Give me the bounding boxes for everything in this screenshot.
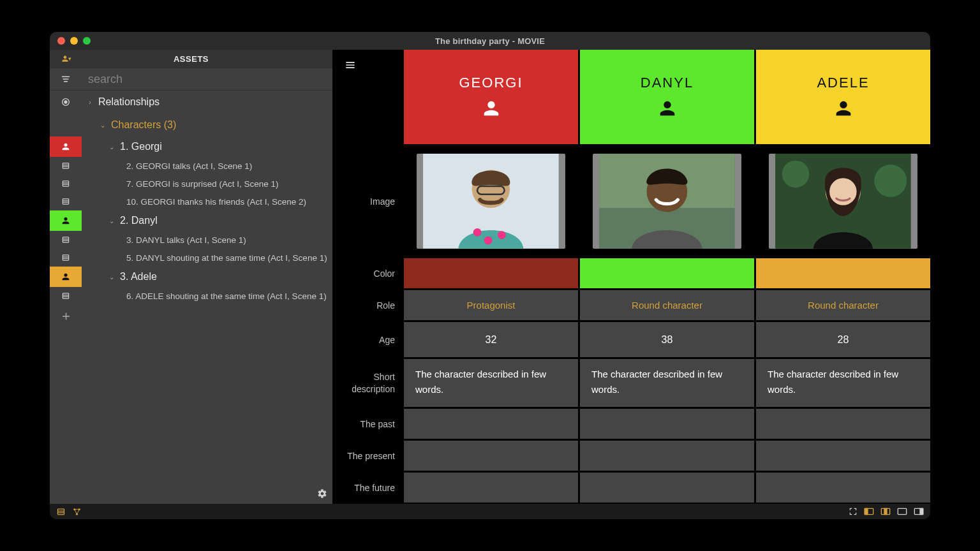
strip-target-icon[interactable] <box>50 91 82 114</box>
row-label-present: The present <box>332 439 404 471</box>
cell-past[interactable] <box>580 407 754 439</box>
tree-item-relationships[interactable]: › Relationships <box>82 91 332 114</box>
strip-scene-icon[interactable] <box>50 175 82 193</box>
filter-icon[interactable] <box>50 68 82 90</box>
strip-scene-icon[interactable] <box>50 249 82 267</box>
cell-role[interactable]: Round character <box>756 288 930 320</box>
layout-center-icon <box>880 508 891 515</box>
column-header-georgi[interactable]: GEORGI <box>404 50 578 144</box>
strip-character-georgi[interactable] <box>50 136 82 157</box>
footer <box>50 504 930 519</box>
close-window-button[interactable] <box>57 37 65 45</box>
tree-beat[interactable]: 3. DANYL talks (Act I, Scene 1) <box>82 231 332 249</box>
svg-point-45 <box>78 508 80 510</box>
cell-color[interactable] <box>756 256 930 288</box>
cell-image[interactable] <box>580 144 754 256</box>
column-header-danyl[interactable]: DANYL <box>580 50 754 144</box>
column-header-name: ADELE <box>817 75 869 91</box>
strip-scene-icon[interactable] <box>50 231 82 249</box>
hamburger-icon <box>344 59 357 71</box>
column-georgi: GEORGI Protagonist 32 The character desc… <box>404 50 578 504</box>
tree-beat[interactable]: 10. GEORGI thanks his friends (Act I, Sc… <box>82 193 332 210</box>
svg-point-37 <box>782 161 810 188</box>
cell-past[interactable] <box>404 407 578 439</box>
cell-short-desc[interactable]: The character described in few words. <box>580 357 754 407</box>
panel-settings-button[interactable] <box>316 487 329 500</box>
cell-role[interactable]: Protagonist <box>404 288 578 320</box>
cell-age[interactable]: 32 <box>404 320 578 357</box>
svg-rect-41 <box>58 509 64 515</box>
film-icon <box>61 291 70 300</box>
film-icon <box>61 179 70 188</box>
grid-menu-button[interactable] <box>332 50 404 144</box>
minimize-window-button[interactable] <box>70 37 78 45</box>
cell-present[interactable] <box>580 439 754 471</box>
cell-image[interactable] <box>756 144 930 256</box>
strip-scene-icon[interactable] <box>50 287 82 305</box>
assets-header: ▾ ASSETS <box>50 50 332 68</box>
tree-beat[interactable]: 5. DANYL shouting at the same time (Act … <box>82 249 332 267</box>
cell-image[interactable] <box>404 144 578 256</box>
view-network-button[interactable] <box>72 507 82 517</box>
user-menu-button[interactable]: ▾ <box>50 50 82 68</box>
cell-color[interactable] <box>404 256 578 288</box>
tree-item-danyl[interactable]: ⌄ 2. Danyl <box>82 210 332 231</box>
titlebar: The birthday party - MOVIE <box>50 32 930 50</box>
cell-age[interactable]: 38 <box>580 320 754 357</box>
layout-left-button[interactable] <box>864 508 874 515</box>
layout-left-icon <box>864 508 874 515</box>
chevron-right-icon: › <box>87 99 93 106</box>
portrait-danyl <box>593 154 741 249</box>
zoom-window-button[interactable] <box>83 37 91 45</box>
strip-scene-icon[interactable] <box>50 157 82 175</box>
cell-past[interactable] <box>756 407 930 439</box>
strip-scene-icon[interactable] <box>50 193 82 210</box>
fullscreen-button[interactable] <box>849 507 858 516</box>
cell-future[interactable] <box>404 471 578 503</box>
grid-row-labels: Image Color Role Age Short description T… <box>332 50 404 504</box>
tree-item-characters[interactable]: ⌄ Characters (3) <box>82 114 332 136</box>
film-icon <box>61 161 70 170</box>
strip-character-adele[interactable] <box>50 267 82 287</box>
svg-rect-20 <box>63 293 68 298</box>
svg-rect-50 <box>884 508 887 514</box>
portrait-georgi <box>417 154 565 249</box>
cell-future[interactable] <box>580 471 754 503</box>
tree-beat[interactable]: 6. ADELE shouting at the same time (Act … <box>82 287 332 305</box>
tree-beat[interactable]: 2. GEORGI talks (Act I, Scene 1) <box>82 157 332 175</box>
cell-present[interactable] <box>404 439 578 471</box>
column-header-name: GEORGI <box>459 75 523 91</box>
cell-age[interactable]: 28 <box>756 320 930 357</box>
svg-rect-8 <box>63 181 68 186</box>
tree-item-label: 2. Danyl <box>120 215 158 226</box>
tree-item-label: 10. GEORGI thanks his friends (Act I, Sc… <box>126 197 306 207</box>
row-label-role: Role <box>332 288 404 320</box>
layout-center-button[interactable] <box>880 508 891 515</box>
tree-item-label: 3. Adele <box>120 271 157 283</box>
column-header-adele[interactable]: ADELE <box>756 50 930 144</box>
layout-right-button[interactable] <box>914 508 924 515</box>
tree-item-adele[interactable]: ⌄ 3. Adele <box>82 267 332 287</box>
assets-panel: ▾ ASSETS <box>50 50 332 504</box>
add-character-button[interactable]: ＋ <box>50 305 82 325</box>
portrait-adele <box>769 154 917 249</box>
cell-short-desc[interactable]: The character described in few words. <box>404 357 578 407</box>
film-icon <box>61 197 70 206</box>
cell-color[interactable] <box>580 256 754 288</box>
layout-single-button[interactable] <box>897 508 907 515</box>
svg-rect-5 <box>63 163 68 168</box>
cell-role[interactable]: Round character <box>580 288 754 320</box>
cell-short-desc[interactable]: The character described in few words. <box>756 357 930 407</box>
cell-future[interactable] <box>756 471 930 503</box>
tree-item-georgi[interactable]: ⌄ 1. Georgi <box>82 136 332 157</box>
search-input[interactable] <box>82 73 332 86</box>
strip-character-danyl[interactable] <box>50 210 82 231</box>
view-outline-button[interactable] <box>56 507 66 517</box>
grid-columns: GEORGI Protagonist 32 The character desc… <box>404 50 930 504</box>
age-value: 28 <box>838 334 849 346</box>
cell-present[interactable] <box>756 439 930 471</box>
tree-item-label: 3. DANYL talks (Act I, Scene 1) <box>126 235 246 245</box>
nodes-icon <box>72 507 82 517</box>
svg-point-32 <box>484 237 493 245</box>
tree-beat[interactable]: 7. GEORGI is surprised (Act I, Scene 1) <box>82 175 332 193</box>
